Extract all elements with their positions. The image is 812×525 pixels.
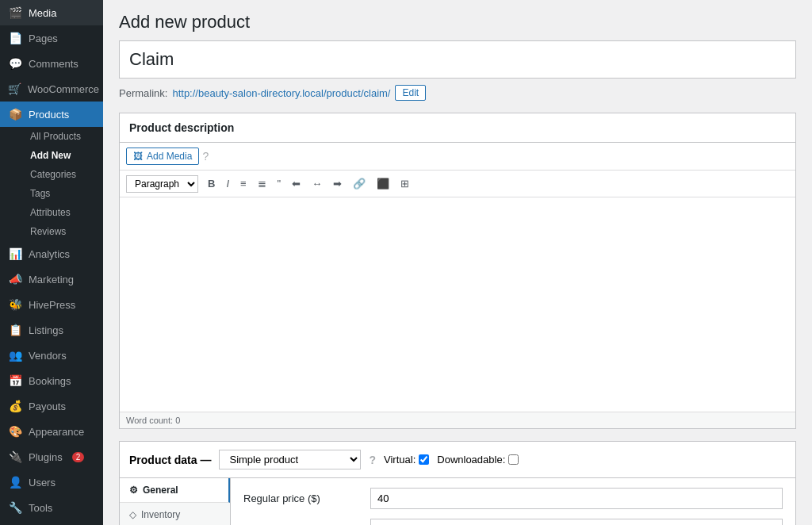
- sidebar-item-settings[interactable]: ⚙️ Settings: [0, 520, 103, 525]
- unordered-list-button[interactable]: ≡: [236, 174, 251, 193]
- sale-price-input[interactable]: [370, 519, 783, 525]
- ordered-list-button[interactable]: ≣: [253, 174, 271, 193]
- listings-icon: 📋: [8, 324, 22, 336]
- inventory-tab-label: Inventory: [141, 509, 180, 520]
- sidebar-label-bookings: Bookings: [29, 375, 71, 387]
- plugins-badge: 2: [72, 452, 85, 462]
- product-description-panel: Product description 🖼 Add Media ? Paragr…: [119, 113, 796, 429]
- sidebar-label-media: Media: [29, 7, 56, 19]
- sidebar-label-products: Products: [29, 109, 69, 121]
- product-data-tabs: ⚙ General ◇ Inventory 🔗 Linked Products: [120, 478, 231, 525]
- products-submenu: All Products Add New Categories Tags Att…: [0, 127, 103, 241]
- bookings-icon: 📅: [8, 374, 22, 387]
- regular-price-row: Regular price ($): [243, 488, 783, 509]
- sidebar-label-vendors: Vendors: [29, 350, 67, 362]
- sidebar-sub-categories[interactable]: Categories: [22, 165, 103, 184]
- sidebar: 🎬 Media 📄 Pages 💬 Comments 🛒 WooCommerce…: [0, 0, 103, 525]
- fullscreen-button[interactable]: ⊞: [396, 174, 414, 193]
- sidebar-sub-reviews[interactable]: Reviews: [22, 222, 103, 241]
- blockquote-button[interactable]: ": [273, 174, 286, 193]
- sidebar-item-media[interactable]: 🎬 Media: [0, 0, 103, 25]
- main-content-area: Add new product Permalink: http://beauty…: [103, 0, 812, 525]
- more-button[interactable]: ⬛: [372, 174, 394, 193]
- media-icon: 🎬: [8, 6, 22, 19]
- products-icon: 📦: [8, 108, 22, 121]
- downloadable-label: Downloadable:: [437, 454, 519, 466]
- sidebar-label-appearance: Appearance: [29, 426, 84, 438]
- sale-price-row: Sale price ($): [243, 519, 783, 525]
- inventory-tab-icon: ◇: [129, 509, 136, 520]
- sidebar-item-pages[interactable]: 📄 Pages: [0, 25, 103, 51]
- hivepress-icon: 🐝: [8, 298, 22, 311]
- sidebar-item-appearance[interactable]: 🎨 Appearance: [0, 419, 103, 444]
- editor-content-area[interactable]: [120, 197, 795, 412]
- sidebar-item-products[interactable]: 📦 Products: [0, 102, 103, 127]
- users-icon: 👤: [8, 476, 22, 489]
- sidebar-item-tools[interactable]: 🔧 Tools: [0, 495, 103, 520]
- sidebar-label-woocommerce: WooCommerce: [28, 83, 99, 95]
- sidebar-label-listings: Listings: [29, 324, 63, 336]
- general-tab-content: Regular price ($) Sale price ($): [231, 478, 795, 525]
- permalink-url[interactable]: http://beauty-salon-directory.local/prod…: [172, 87, 390, 99]
- align-left-button[interactable]: ⬅: [287, 174, 305, 193]
- general-tab-icon: ⚙: [129, 485, 138, 496]
- product-data-body: ⚙ General ◇ Inventory 🔗 Linked Products: [120, 478, 795, 525]
- product-data-label: Product data —: [129, 454, 211, 466]
- product-data-header: Product data — Simple product Grouped pr…: [120, 442, 795, 478]
- align-right-button[interactable]: ➡: [328, 174, 347, 193]
- permalink-edit-button[interactable]: Edit: [395, 85, 426, 101]
- paragraph-format-select[interactable]: Paragraph Heading 1 Heading 2 Heading 3: [126, 175, 198, 193]
- post-title-input[interactable]: [119, 40, 796, 79]
- analytics-icon: 📊: [8, 247, 22, 260]
- sidebar-item-marketing[interactable]: 📣 Marketing: [0, 266, 103, 292]
- word-count: Word count: 0: [120, 412, 795, 428]
- sidebar-sub-attributes[interactable]: Attributes: [22, 203, 103, 222]
- sidebar-item-hivepress[interactable]: 🐝 HivePress: [0, 292, 103, 317]
- sidebar-label-users: Users: [29, 477, 56, 489]
- italic-button[interactable]: I: [221, 174, 234, 193]
- plugins-icon: 🔌: [8, 450, 22, 463]
- sidebar-label-pages: Pages: [29, 33, 58, 44]
- bold-button[interactable]: B: [203, 174, 220, 193]
- sidebar-item-users[interactable]: 👤 Users: [0, 469, 103, 495]
- help-icon[interactable]: ?: [202, 150, 209, 163]
- product-type-help-icon[interactable]: ?: [369, 454, 376, 466]
- sidebar-label-comments: Comments: [29, 58, 79, 70]
- sidebar-sub-add-new[interactable]: Add New: [22, 146, 103, 165]
- sidebar-item-listings[interactable]: 📋 Listings: [0, 317, 103, 343]
- product-data-panel: Product data — Simple product Grouped pr…: [119, 441, 796, 525]
- regular-price-input[interactable]: [370, 488, 783, 509]
- product-description-header: Product description: [120, 113, 795, 143]
- pages-icon: 📄: [8, 32, 22, 44]
- sidebar-item-comments[interactable]: 💬 Comments: [0, 51, 103, 76]
- tab-inventory[interactable]: ◇ Inventory: [120, 503, 230, 525]
- virtual-checkbox[interactable]: [419, 454, 429, 465]
- sidebar-label-hivepress: HivePress: [29, 299, 75, 311]
- permalink-label: Permalink:: [119, 87, 167, 99]
- sidebar-label-marketing: Marketing: [29, 274, 74, 285]
- sidebar-label-analytics: Analytics: [29, 248, 70, 260]
- add-media-button[interactable]: 🖼 Add Media: [126, 148, 199, 165]
- sidebar-item-analytics[interactable]: 📊 Analytics: [0, 241, 103, 266]
- sidebar-label-tools: Tools: [29, 502, 52, 514]
- tab-general[interactable]: ⚙ General: [120, 478, 230, 503]
- sidebar-item-woocommerce[interactable]: 🛒 WooCommerce: [0, 76, 103, 102]
- tools-icon: 🔧: [8, 501, 22, 514]
- downloadable-checkbox[interactable]: [508, 454, 519, 465]
- general-tab-label: General: [143, 485, 178, 496]
- sidebar-item-vendors[interactable]: 👥 Vendors: [0, 343, 103, 368]
- format-toolbar: Paragraph Heading 1 Heading 2 Heading 3 …: [120, 171, 795, 197]
- sidebar-label-payouts: Payouts: [29, 400, 66, 412]
- sidebar-item-plugins[interactable]: 🔌 Plugins 2: [0, 444, 103, 469]
- link-button[interactable]: 🔗: [348, 174, 370, 193]
- sidebar-sub-all-products[interactable]: All Products: [22, 127, 103, 146]
- sidebar-sub-tags[interactable]: Tags: [22, 184, 103, 203]
- product-type-select[interactable]: Simple product Grouped product External/…: [219, 450, 361, 469]
- align-center-button[interactable]: ↔: [307, 174, 327, 193]
- sidebar-item-bookings[interactable]: 📅 Bookings: [0, 368, 103, 393]
- vendors-icon: 👥: [8, 349, 22, 362]
- add-media-icon: 🖼: [133, 151, 143, 162]
- regular-price-label: Regular price ($): [243, 492, 370, 504]
- sidebar-item-payouts[interactable]: 💰 Payouts: [0, 393, 103, 419]
- payouts-icon: 💰: [8, 400, 22, 412]
